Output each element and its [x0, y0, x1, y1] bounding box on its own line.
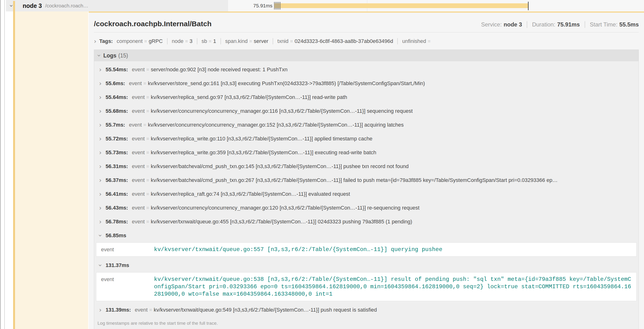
- log-field-key: event: [132, 218, 145, 224]
- log-timestamp: 56.37ms:: [106, 177, 128, 183]
- log-fields: event=kv/kvserver/txnwait/queue.go:549 […: [135, 307, 634, 313]
- log-row[interactable]: › 56.78ms: event=kv/kvserver/txnwait/que…: [94, 215, 638, 229]
- equals-sign: =: [149, 307, 152, 312]
- log-expand-chevron-icon[interactable]: ›: [98, 191, 103, 197]
- log-row[interactable]: › 55.54ms: event=server/node.go:902 [n3]…: [94, 63, 638, 76]
- span-detail-panel: /cockroach.roachpb.Internal/Batch Servic…: [89, 12, 644, 329]
- log-expand-chevron-icon[interactable]: ›: [98, 163, 103, 170]
- log-collapse-chevron-icon[interactable]: ›: [97, 233, 104, 238]
- log-timestamp: 56.85ms: [106, 232, 126, 239]
- tag-key: txnid: [278, 38, 288, 44]
- tag-item: component=gRPC: [116, 38, 167, 44]
- log-field-key: event: [101, 276, 154, 298]
- left-edge-divider: [0, 0, 1, 329]
- log-row[interactable]: › 56.31ms: event=kv/kvserver/batcheval/c…: [94, 160, 638, 173]
- tags-expand-chevron-icon[interactable]: ›: [94, 38, 96, 44]
- log-field-value: kv/kvserver/replica_raft.go:74 [n3,s3,r6…: [151, 191, 350, 197]
- equals-sign: =: [428, 38, 431, 44]
- log-field-key: event: [132, 94, 145, 100]
- log-expand-chevron-icon[interactable]: ›: [98, 94, 103, 100]
- logs-body: › 55.54ms: event=server/node.go:902 [n3]…: [94, 61, 638, 317]
- tag-value: 1: [213, 38, 216, 44]
- span-timeline: 75.91ms: [228, 0, 644, 12]
- log-expand-chevron-icon[interactable]: ›: [98, 205, 103, 211]
- log-timestamp: 55.73ms:: [106, 150, 128, 156]
- log-fields: event=kv/kvserver/replica_raft.go:74 [n3…: [132, 191, 634, 197]
- log-row[interactable]: › 55.6ms: event=kv/kvserver/store_send.g…: [94, 76, 638, 90]
- log-row[interactable]: › 56.43ms: event=kv/kvserver/concurrency…: [94, 201, 638, 215]
- tag-key: unfinished: [402, 38, 426, 44]
- equals-sign: =: [146, 219, 149, 224]
- tags-row[interactable]: › Tags: component=gRPC node=3 sb=1 span.…: [94, 36, 639, 47]
- log-expand-chevron-icon[interactable]: ›: [98, 177, 103, 183]
- log-field-value: kv/kvserver/concurrency/concurrency_mana…: [148, 122, 404, 128]
- meta-item: Service:node 3: [481, 21, 522, 28]
- log-row[interactable]: › 55.7ms: event=kv/kvserver/concurrency/…: [94, 118, 638, 132]
- trace-span-detail-page: › node 3 /cockroach.roach… 75.91ms /cock…: [0, 0, 644, 329]
- log-timestamp: 55.72ms:: [106, 136, 128, 142]
- meta-item: Start Time:55.5ms: [585, 21, 639, 28]
- log-timestamp: 55.7ms:: [106, 122, 125, 128]
- logs-header[interactable]: › Logs (15): [94, 50, 638, 61]
- log-fields: event=kv/kvserver/concurrency/concurrenc…: [132, 205, 634, 211]
- log-field-value: kv/kvserver/batcheval/cmd_push_txn.go:14…: [151, 163, 409, 169]
- tag-key: sb: [202, 38, 207, 44]
- meta-item: Duration:75.91ms: [527, 21, 580, 28]
- log-expand-chevron-icon[interactable]: ›: [98, 66, 103, 73]
- log-field-value: server/node.go:902 [n3] node received re…: [151, 66, 288, 72]
- equals-sign: =: [146, 95, 149, 100]
- meta-label: Start Time:: [590, 21, 618, 28]
- log-row-expanded-header[interactable]: › 56.85ms: [94, 229, 638, 242]
- logs-count: (15): [118, 52, 128, 59]
- log-row[interactable]: › 56.37ms: event=kv/kvserver/batcheval/c…: [94, 173, 638, 187]
- log-field-value: kv/kvserver/batcheval/cmd_push_txn.go:26…: [151, 177, 558, 183]
- meta-value: node 3: [504, 21, 522, 28]
- span-detail-header: /cockroach.roachpb.Internal/Batch Servic…: [94, 20, 639, 32]
- logs-collapse-chevron-icon[interactable]: ›: [96, 54, 102, 57]
- log-field-value: kv/kvserver/store_send.go:161 [n3,s3] ex…: [148, 80, 425, 86]
- log-fields: event=kv/kvserver/replica_write.go:359 […: [132, 150, 634, 156]
- log-row[interactable]: › 55.72ms: event=kv/kvserver/replica_wri…: [94, 132, 638, 146]
- log-field-key: event: [132, 136, 145, 142]
- span-duration-bar[interactable]: [274, 3, 528, 8]
- tag-value: 024d3323-6c8f-4863-aa8b-37ab0e63496d: [294, 38, 393, 44]
- log-field-key: event: [132, 191, 145, 197]
- logs-footer-note: Log timestamps are relative to the start…: [94, 317, 638, 329]
- log-row[interactable]: › 55.64ms: event=kv/kvserver/replica_sen…: [94, 90, 638, 104]
- log-expand-chevron-icon[interactable]: ›: [98, 136, 103, 142]
- log-row[interactable]: › 55.68ms: event=kv/kvserver/concurrency…: [94, 104, 638, 118]
- log-expand-chevron-icon[interactable]: ›: [98, 150, 103, 156]
- log-tick: [274, 2, 274, 10]
- equals-sign: =: [146, 108, 149, 114]
- span-operation-title: /cockroach.roachpb.Internal/Batch: [94, 20, 212, 28]
- log-expand-chevron-icon[interactable]: ›: [98, 108, 103, 114]
- log-fields: event=kv/kvserver/replica_write.go:110 […: [132, 136, 634, 142]
- log-detail-box: event kv/kvserver/txnwait/queue.go:557 […: [96, 242, 636, 256]
- log-field-value: kv/kvserver/txnwait/queue.go:455 [n3,s3,…: [151, 218, 412, 224]
- equals-sign: =: [290, 38, 293, 44]
- log-row-expanded-header[interactable]: › 131.37ms: [94, 258, 638, 272]
- log-expand-chevron-icon[interactable]: ›: [98, 80, 103, 86]
- tags-list: component=gRPC node=3 sb=1 span.kind=ser…: [116, 38, 436, 44]
- log-row[interactable]: › 55.73ms: event=kv/kvserver/replica_wri…: [94, 146, 638, 160]
- log-field-key: event: [129, 122, 142, 128]
- log-row[interactable]: › 56.41ms: event=kv/kvserver/replica_raf…: [94, 187, 638, 201]
- log-tick: [275, 2, 276, 10]
- span-color-stripe: [13, 1, 15, 329]
- log-field-value: kv/kvserver/concurrency/concurrency_mana…: [151, 205, 420, 211]
- log-collapse-chevron-icon[interactable]: ›: [97, 262, 104, 268]
- gutter-divider: [4, 0, 5, 329]
- span-name-bar[interactable]: › node 3 /cockroach.roach…: [6, 0, 228, 12]
- log-field-value: kv/kvserver/txnwait/queue.go:557 [n3,s3,…: [154, 246, 632, 253]
- log-field-key: event: [132, 163, 145, 169]
- meta-label: Service:: [481, 21, 502, 28]
- log-row[interactable]: › 131.39ms: event=kv/kvserver/txnwait/qu…: [94, 303, 638, 317]
- equals-sign: =: [146, 150, 149, 155]
- log-tick: [276, 2, 277, 10]
- log-timestamp: 56.31ms:: [106, 163, 128, 170]
- log-timestamp: 56.78ms:: [106, 218, 128, 225]
- equals-sign: =: [146, 178, 149, 183]
- log-expand-chevron-icon[interactable]: ›: [98, 307, 103, 313]
- log-expand-chevron-icon[interactable]: ›: [98, 218, 103, 225]
- log-expand-chevron-icon[interactable]: ›: [98, 122, 103, 128]
